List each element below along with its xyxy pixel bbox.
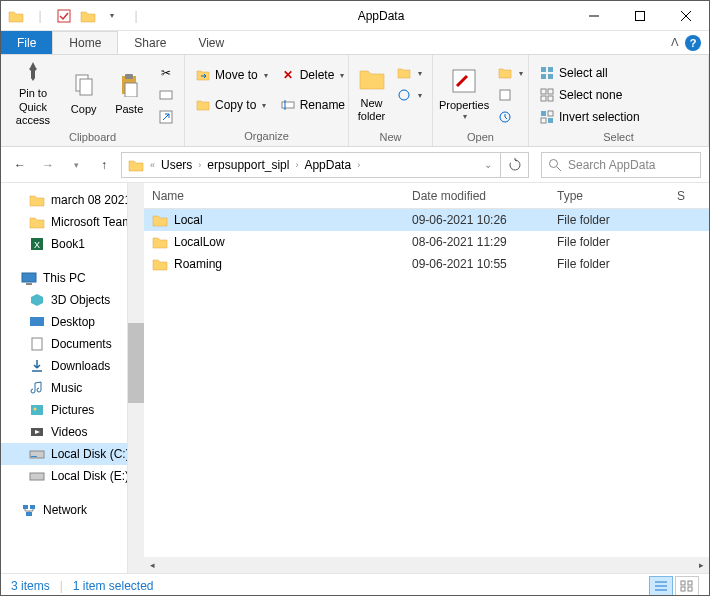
- breadcrumb-users[interactable]: Users: [157, 158, 196, 172]
- recent-dropdown[interactable]: ▾: [65, 154, 87, 176]
- svg-rect-53: [688, 587, 692, 591]
- navigation-bar: ← → ▾ ↑ « Users › erpsupport_sipl › AppD…: [1, 147, 709, 183]
- properties-button[interactable]: Properties▾: [439, 59, 489, 127]
- folder-icon: [29, 192, 45, 208]
- forward-button[interactable]: →: [37, 154, 59, 176]
- address-bar[interactable]: « Users › erpsupport_sipl › AppData › ⌄: [121, 152, 501, 178]
- select-all-button[interactable]: Select all: [535, 63, 644, 83]
- pictures-icon: [29, 402, 45, 418]
- copy-path-icon: [158, 87, 174, 103]
- copy-path-button[interactable]: [154, 85, 178, 105]
- minimize-button[interactable]: [571, 1, 617, 31]
- details-view-button[interactable]: [649, 576, 673, 596]
- column-size[interactable]: S: [669, 189, 709, 203]
- file-list[interactable]: Name Date modified Type S Local09-06-202…: [144, 183, 709, 557]
- scissors-icon: ✂: [158, 65, 174, 81]
- close-button[interactable]: [663, 1, 709, 31]
- qat-dropdown[interactable]: ▾: [101, 5, 123, 27]
- sidebar-item-folder[interactable]: Microsoft Teams: [1, 211, 127, 233]
- column-date[interactable]: Date modified: [404, 189, 549, 203]
- collapse-ribbon-icon[interactable]: ᐱ: [671, 36, 679, 49]
- file-type: File folder: [549, 213, 669, 227]
- tab-home[interactable]: Home: [52, 31, 118, 54]
- pin-quick-access-button[interactable]: Pin to Quick access: [7, 59, 59, 127]
- file-name: LocalLow: [174, 235, 225, 249]
- svg-rect-43: [30, 473, 44, 480]
- address-history-dropdown[interactable]: ⌄: [478, 159, 498, 170]
- paste-icon: [113, 69, 145, 101]
- search-input[interactable]: Search AppData: [541, 152, 701, 178]
- drive-icon: [29, 468, 45, 484]
- sidebar-item-folder[interactable]: march 08 2021: [1, 189, 127, 211]
- svg-rect-0: [58, 10, 70, 22]
- edit-icon: [497, 87, 513, 103]
- status-item-count: 3 items: [11, 579, 50, 593]
- downloads-icon: [29, 358, 45, 374]
- sidebar-item-file[interactable]: XBook1: [1, 233, 127, 255]
- folder-icon: [29, 214, 45, 230]
- horizontal-scrollbar[interactable]: ◂ ▸: [144, 557, 709, 573]
- sidebar-item-videos[interactable]: Videos: [1, 421, 127, 443]
- tab-file[interactable]: File: [1, 31, 52, 54]
- group-label: Clipboard: [1, 131, 184, 146]
- copy-to-button[interactable]: Copy to▾: [191, 95, 272, 115]
- sidebar-item-desktop[interactable]: Desktop: [1, 311, 127, 333]
- easy-access-icon: [396, 87, 412, 103]
- file-row[interactable]: LocalLow08-06-2021 11:29File folder: [144, 231, 709, 253]
- move-to-button[interactable]: Move to▾: [191, 65, 272, 85]
- paste-shortcut-button[interactable]: [154, 107, 178, 127]
- navigation-pane[interactable]: march 08 2021 Microsoft Teams XBook1 Thi…: [1, 183, 128, 573]
- checkbox-icon[interactable]: [53, 5, 75, 27]
- back-button[interactable]: ←: [9, 154, 31, 176]
- cut-button[interactable]: ✂: [154, 63, 178, 83]
- breadcrumb-appdata[interactable]: AppData: [300, 158, 355, 172]
- column-type[interactable]: Type: [549, 189, 669, 203]
- sidebar-item-local-disk-e[interactable]: Local Disk (E:): [1, 465, 127, 487]
- sidebar-item-thispc[interactable]: This PC: [1, 267, 127, 289]
- pc-icon: [21, 270, 37, 286]
- qat-separator: |: [29, 5, 51, 27]
- select-none-button[interactable]: Select none: [535, 85, 644, 105]
- history-button[interactable]: [493, 107, 527, 127]
- refresh-button[interactable]: [501, 152, 529, 178]
- new-item-button[interactable]: ▾: [392, 63, 426, 83]
- invert-icon: [539, 109, 555, 125]
- new-folder-button[interactable]: New folder: [355, 59, 388, 127]
- easy-access-button[interactable]: ▾: [392, 85, 426, 105]
- maximize-button[interactable]: [617, 1, 663, 31]
- breadcrumb-user[interactable]: erpsupport_sipl: [203, 158, 293, 172]
- copyto-icon: [195, 97, 211, 113]
- file-row[interactable]: Local09-06-2021 10:26File folder: [144, 209, 709, 231]
- delete-button[interactable]: ✕Delete▾: [276, 65, 349, 85]
- sidebar-item-network[interactable]: Network: [1, 499, 127, 521]
- sidebar-scrollbar[interactable]: [128, 183, 144, 573]
- tab-share[interactable]: Share: [118, 31, 182, 54]
- column-headers[interactable]: Name Date modified Type S: [144, 183, 709, 209]
- open-button[interactable]: ▾: [493, 63, 527, 83]
- group-label: Open: [433, 131, 528, 146]
- up-button[interactable]: ↑: [93, 154, 115, 176]
- icons-view-button[interactable]: [675, 576, 699, 596]
- copy-button[interactable]: Copy: [63, 59, 105, 127]
- sidebar-item-downloads[interactable]: Downloads: [1, 355, 127, 377]
- edit-button[interactable]: [493, 85, 527, 105]
- tab-view[interactable]: View: [182, 31, 240, 54]
- file-row[interactable]: Roaming09-06-2021 10:55File folder: [144, 253, 709, 275]
- sidebar-item-documents[interactable]: Documents: [1, 333, 127, 355]
- sidebar-item-music[interactable]: Music: [1, 377, 127, 399]
- file-type: File folder: [549, 235, 669, 249]
- scroll-right-button[interactable]: ▸: [693, 557, 709, 573]
- svg-point-39: [34, 408, 37, 411]
- sidebar-item-3dobjects[interactable]: 3D Objects: [1, 289, 127, 311]
- sidebar-item-pictures[interactable]: Pictures: [1, 399, 127, 421]
- paste-button[interactable]: Paste: [108, 59, 150, 127]
- rename-button[interactable]: Rename: [276, 95, 349, 115]
- column-name[interactable]: Name: [144, 189, 404, 203]
- svg-rect-27: [548, 111, 553, 116]
- 3d-icon: [29, 292, 45, 308]
- sidebar-item-local-disk-c[interactable]: Local Disk (C:): [1, 443, 127, 465]
- scroll-left-button[interactable]: ◂: [144, 557, 160, 573]
- help-icon[interactable]: ?: [685, 35, 701, 51]
- file-name: Roaming: [174, 257, 222, 271]
- invert-selection-button[interactable]: Invert selection: [535, 107, 644, 127]
